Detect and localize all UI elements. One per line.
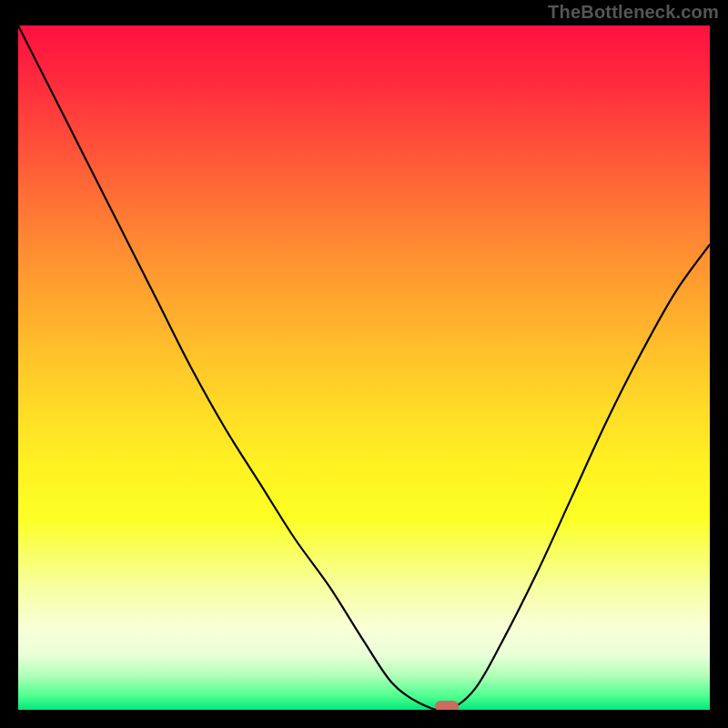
chart-frame: TheBottleneck.com — [0, 0, 728, 728]
bottleneck-curve — [18, 25, 710, 710]
curve-line — [18, 25, 710, 710]
plot-area — [18, 25, 710, 710]
minimum-marker — [435, 701, 459, 710]
watermark-text: TheBottleneck.com — [548, 2, 719, 23]
